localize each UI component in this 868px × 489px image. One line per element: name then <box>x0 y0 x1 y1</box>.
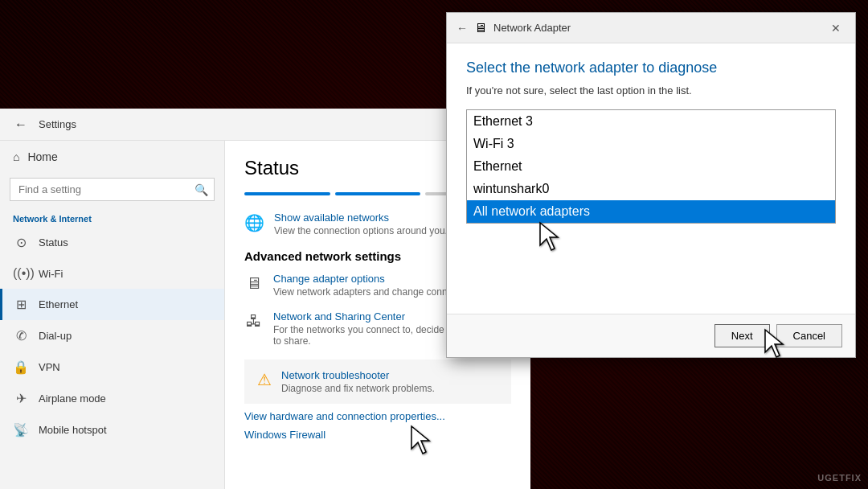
dialog-titlebar-left: ← 🖥 Network Adapter <box>457 21 571 35</box>
adapter-title-icon: 🖥 <box>474 21 487 35</box>
troubleshooter-link[interactable]: Network troubleshooter <box>281 369 435 381</box>
adapter-text: Change adapter options View network adap… <box>273 273 469 298</box>
ethernet-icon: ⊞ <box>13 297 29 312</box>
sidebar-home-label: Home <box>27 150 57 163</box>
sidebar-item-wifi[interactable]: ((•)) Wi-Fi <box>0 258 224 289</box>
search-input[interactable] <box>10 178 215 201</box>
wifi-icon: ((•)) <box>13 266 29 281</box>
adapter-icon: 🖥 <box>244 274 264 293</box>
dialog-body: Select the network adapter to diagnose I… <box>447 43 855 314</box>
sidebar-item-ethernet[interactable]: ⊞ Ethernet <box>0 289 224 320</box>
search-icon: 🔍 <box>194 183 208 196</box>
dialup-icon: ✆ <box>13 328 29 343</box>
troubleshooter-desc: Diagnose and fix network problems. <box>281 383 435 394</box>
home-icon: ⌂ <box>13 150 19 163</box>
watermark: UGETFIX <box>817 473 862 483</box>
view-hardware-link[interactable]: View hardware and connection properties.… <box>244 410 511 422</box>
hotspot-icon: 📡 <box>13 422 29 438</box>
cancel-button[interactable]: Cancel <box>776 324 842 347</box>
adapter-ethernet3[interactable]: Ethernet 3 <box>467 110 835 133</box>
troubleshooter-item[interactable]: ⚠ Network troubleshooter Diagnose and fi… <box>244 360 511 404</box>
sidebar-item-dialup[interactable]: ✆ Dial-up <box>0 320 224 351</box>
sidebar-wifi-label: Wi-Fi <box>39 268 63 280</box>
adapter-list[interactable]: Ethernet 3 Wi-Fi 3 Ethernet wintunshark0… <box>466 109 836 224</box>
sidebar-hotspot-label: Mobile hotspot <box>39 424 107 436</box>
next-button[interactable]: Next <box>714 324 770 347</box>
sharing-icon: 🖧 <box>244 312 264 331</box>
sidebar-section-title: Network & Internet <box>0 206 224 227</box>
settings-window-title: Settings <box>39 118 76 130</box>
adapter-wintunshark0[interactable]: wintunshark0 <box>467 178 835 200</box>
dialog-subtext: If you're not sure, select the last opti… <box>466 84 836 97</box>
settings-sidebar: ⌂ Home 🔍 Network & Internet ⊙ Status ((•… <box>0 141 225 489</box>
change-adapter-desc: View network adapters and change connect… <box>273 286 469 298</box>
sidebar-ethernet-label: Ethernet <box>39 298 78 310</box>
sidebar-item-home[interactable]: ⌂ Home <box>0 141 224 173</box>
networks-icon: 🌐 <box>244 213 264 232</box>
sidebar-status-label: Status <box>39 236 68 249</box>
network-adapter-dialog: ← 🖥 Network Adapter ✕ Select the network… <box>446 12 856 358</box>
sidebar-item-vpn[interactable]: 🔒 VPN <box>0 351 224 383</box>
warning-icon: ⚠ <box>257 370 272 389</box>
airplane-icon: ✈ <box>13 391 29 406</box>
show-networks-link[interactable]: Show available networks <box>274 212 448 224</box>
dialog-titlebar: ← 🖥 Network Adapter ✕ <box>447 13 855 43</box>
adapter-wifi3[interactable]: Wi-Fi 3 <box>467 133 835 155</box>
status-bar-2 <box>335 192 421 195</box>
troubleshooter-text: Network troubleshooter Diagnose and fix … <box>281 369 435 394</box>
adapter-ethernet[interactable]: Ethernet <box>467 155 835 178</box>
dialog-footer: Next Cancel <box>447 314 855 357</box>
settings-back-button[interactable]: ← <box>10 116 32 134</box>
networks-text: Show available networks View the connect… <box>274 212 448 236</box>
status-icon: ⊙ <box>13 235 29 250</box>
dialog-heading: Select the network adapter to diagnose <box>466 60 836 76</box>
show-networks-desc: View the connection options around you. <box>274 225 448 236</box>
sidebar-search-container: 🔍 <box>10 178 215 201</box>
sidebar-dialup-label: Dial-up <box>39 330 72 342</box>
change-adapter-link[interactable]: Change adapter options <box>273 273 469 285</box>
sidebar-item-hotspot[interactable]: 📡 Mobile hotspot <box>0 414 224 446</box>
vpn-icon: 🔒 <box>13 360 29 375</box>
adapter-all[interactable]: All network adapters <box>467 200 835 223</box>
sidebar-vpn-label: VPN <box>39 361 60 373</box>
dialog-close-button[interactable]: ✕ <box>826 20 845 36</box>
status-bar-1 <box>244 192 330 195</box>
sidebar-item-status[interactable]: ⊙ Status <box>0 227 224 258</box>
dialog-title-text: Network Adapter <box>493 22 571 34</box>
dialog-back-button[interactable]: ← <box>457 22 468 35</box>
windows-firewall-link[interactable]: Windows Firewall <box>244 429 511 441</box>
sidebar-airplane-label: Airplane mode <box>39 392 106 405</box>
sidebar-item-airplane[interactable]: ✈ Airplane mode <box>0 383 224 414</box>
